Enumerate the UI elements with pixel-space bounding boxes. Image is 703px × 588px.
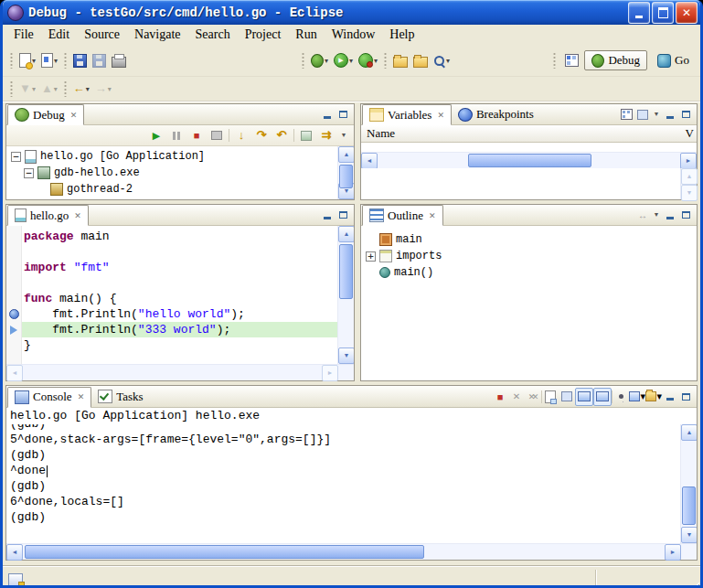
debug-tree[interactable]: −hello.go [Go Application]−gdb-hello.exe…	[6, 146, 354, 199]
menu-file[interactable]: File	[6, 26, 41, 44]
close-tab-icon[interactable]: ✕	[437, 111, 444, 120]
clear-console-button[interactable]	[542, 389, 559, 405]
ruler-row[interactable]	[6, 260, 21, 275]
view-menu-button[interactable]: ▼	[338, 127, 349, 144]
scroll-right-button[interactable]: ►	[665, 544, 681, 561]
toolbar-grip[interactable]	[553, 52, 556, 69]
new-go-element-button[interactable]: ▾	[38, 48, 60, 72]
scroll-right-button[interactable]: ►	[322, 365, 338, 381]
menu-search[interactable]: Search	[188, 26, 238, 44]
resume-button[interactable]: ▶	[148, 127, 165, 144]
save-all-button[interactable]	[90, 48, 109, 72]
variables-table[interactable]	[361, 143, 697, 152]
dropdown-arrow-icon[interactable]: ▾	[32, 85, 36, 93]
view-menu-button[interactable]: ▼	[651, 106, 662, 123]
code-line[interactable]: fmt.Println("hello world");	[22, 306, 337, 322]
close-window-button[interactable]: ✕	[676, 2, 698, 24]
scroll-thumb[interactable]	[25, 545, 424, 559]
terminate-console-button[interactable]: ■	[492, 389, 508, 405]
drop-to-frame-button[interactable]	[298, 127, 314, 144]
close-tab-icon[interactable]: ✕	[70, 111, 78, 120]
tab-breakpoints[interactable]: Breakpoints	[452, 105, 540, 124]
minimize-view-button[interactable]	[662, 208, 677, 222]
ruler-row[interactable]	[6, 337, 21, 353]
tab-outline[interactable]: Outline ✕	[362, 205, 443, 226]
tab-debug[interactable]: Debug ✕	[7, 104, 84, 125]
minimize-view-button[interactable]	[319, 208, 335, 222]
open-perspective-button[interactable]	[562, 48, 581, 72]
ruler-row[interactable]	[6, 291, 21, 306]
dropdown-arrow-icon[interactable]: ▾	[54, 57, 58, 65]
dropdown-arrow-icon[interactable]: ▾	[374, 57, 378, 65]
close-tab-icon[interactable]: ✕	[429, 211, 436, 220]
menu-edit[interactable]: Edit	[41, 26, 77, 44]
scroll-up-button[interactable]: ▲	[681, 424, 697, 441]
tab-console[interactable]: Console ✕	[7, 387, 91, 408]
close-tab-icon[interactable]: ✕	[74, 211, 81, 220]
outline-tree-item[interactable]: main	[361, 231, 681, 248]
remove-launch-button[interactable]: ✕	[508, 389, 525, 405]
close-tab-icon[interactable]: ✕	[78, 392, 85, 401]
tree-expander-icon[interactable]: +	[366, 251, 376, 262]
dropdown-arrow-icon[interactable]: ▾	[349, 57, 353, 65]
code-line[interactable]: }	[22, 337, 337, 353]
code-line[interactable]: func main() {	[22, 291, 337, 306]
run-last-tool-button[interactable]: ▾	[356, 48, 380, 72]
scroll-left-button[interactable]: ◄	[6, 544, 23, 561]
forward-button[interactable]: →▾	[92, 77, 114, 101]
tab-variables[interactable]: Variables ✕	[362, 104, 452, 125]
show-type-names-button[interactable]	[618, 106, 634, 123]
minimize-view-button[interactable]	[662, 390, 677, 403]
variables-horizontal-scrollbar[interactable]: ◄ ►	[361, 152, 697, 168]
ruler-row[interactable]	[6, 275, 21, 291]
dropdown-arrow-icon[interactable]: ▾	[325, 57, 328, 65]
toolbar-grip[interactable]	[302, 52, 304, 69]
toolbar-grip[interactable]	[384, 52, 387, 69]
scroll-track[interactable]	[681, 441, 697, 527]
link-with-editor-button[interactable]: ↔	[634, 207, 651, 223]
console-vertical-scrollbar[interactable]: ▲ ▼	[680, 424, 697, 543]
console-horizontal-scrollbar[interactable]: ◄ ►	[6, 543, 697, 560]
scroll-right-button[interactable]: ►	[680, 153, 697, 169]
run-button[interactable]: ▶▾	[331, 48, 356, 72]
minimize-view-button[interactable]	[662, 108, 677, 122]
perspective-go-button[interactable]: Go	[650, 50, 697, 70]
scroll-up-button[interactable]: ▲	[681, 168, 698, 185]
show-console-on-error-button[interactable]	[593, 388, 612, 406]
debug-button[interactable]: ▾	[308, 48, 331, 72]
debug-tree-item[interactable]: −hello.go [Go Application]	[6, 148, 338, 165]
tab-hello-go[interactable]: hello.go ✕	[7, 205, 89, 226]
print-button[interactable]	[109, 48, 129, 72]
scroll-left-button[interactable]: ◄	[361, 153, 378, 169]
debug-vertical-scrollbar[interactable]: ▲ ▼	[337, 146, 354, 199]
detail-vertical-scrollbar[interactable]: ▲ ▼	[680, 168, 697, 199]
menu-source[interactable]: Source	[77, 26, 127, 44]
scroll-thumb[interactable]	[339, 165, 353, 188]
scroll-left-button[interactable]: ◄	[6, 365, 23, 381]
menu-navigate[interactable]: Navigate	[127, 26, 188, 44]
use-step-filters-button[interactable]: ⇉	[318, 127, 335, 144]
toolbar-grip[interactable]	[10, 52, 13, 69]
dropdown-arrow-icon[interactable]: ▾	[108, 85, 112, 93]
ruler-row[interactable]	[6, 322, 21, 337]
minimize-view-button[interactable]	[319, 108, 335, 122]
scroll-down-button[interactable]: ▼	[338, 347, 354, 364]
tab-tasks[interactable]: Tasks	[91, 387, 149, 406]
toolbar-grip[interactable]	[64, 80, 67, 97]
tree-expander-icon[interactable]: −	[11, 152, 21, 162]
disconnect-button[interactable]	[208, 127, 225, 144]
maximize-view-button[interactable]	[336, 208, 351, 222]
editor-marker-ruler[interactable]	[6, 226, 22, 364]
dropdown-arrow-icon[interactable]: ▾	[446, 57, 450, 65]
save-button[interactable]	[70, 48, 90, 72]
terminate-button[interactable]: ■	[188, 127, 205, 144]
scroll-track[interactable]	[23, 544, 665, 560]
menu-run[interactable]: Run	[288, 26, 324, 44]
next-annotation-button[interactable]: ▼▾	[16, 77, 38, 101]
variables-detail-pane[interactable]: ▲ ▼	[361, 168, 697, 199]
suspend-button[interactable]	[168, 127, 185, 144]
scroll-thumb[interactable]	[339, 244, 353, 299]
view-menu-button[interactable]: ▼	[651, 207, 662, 223]
dropdown-arrow-icon[interactable]: ▾	[32, 57, 36, 65]
dropdown-arrow-icon[interactable]: ▾	[86, 85, 90, 93]
